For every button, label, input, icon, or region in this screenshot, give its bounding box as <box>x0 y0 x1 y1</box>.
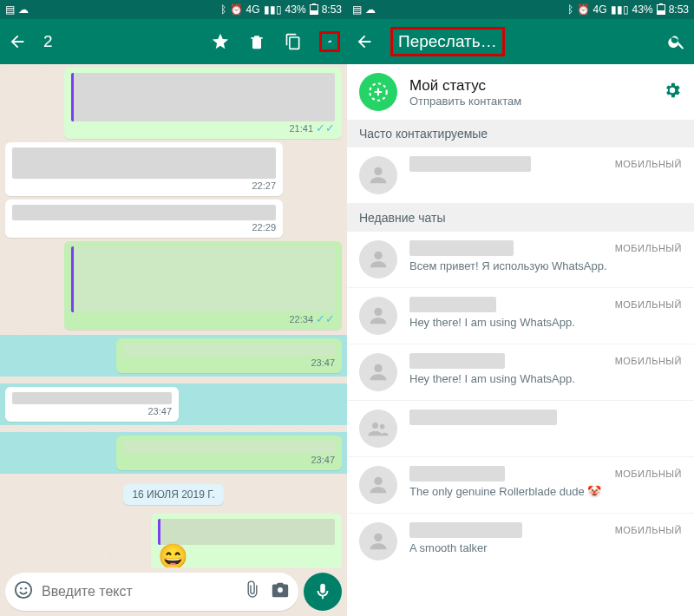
svg-point-2 <box>25 587 27 589</box>
section-recent: Недавние чаты <box>347 204 694 232</box>
date-separator: 16 ИЮЛЯ 2019 Г. <box>123 484 223 505</box>
back-icon[interactable] <box>7 31 28 52</box>
my-status-title: Мой статус <box>409 77 521 95</box>
contact-name <box>409 522 522 538</box>
bluetooth-icon: ᛒ <box>567 3 573 16</box>
cloud-icon: ☁ <box>365 3 376 16</box>
avatar-icon <box>359 466 397 504</box>
message-input-box[interactable] <box>5 573 298 611</box>
battery-pct: 43% <box>632 3 653 16</box>
chat-pane: ▤ ☁ ᛒ ⏰ 4G ▮▮▯ 43% 8:53 2 <box>0 0 347 616</box>
forward-icon[interactable] <box>319 31 340 52</box>
message-out[interactable]: 😄 05:34✓✓ <box>151 514 342 567</box>
composer <box>0 567 347 616</box>
contact-status: The only genuine Rollerblade dude 🤡 <box>409 485 682 498</box>
clock: 8:53 <box>322 3 342 16</box>
star-icon[interactable] <box>210 31 231 52</box>
contact-name <box>409 240 514 256</box>
forward-title: Переслать… <box>390 27 505 56</box>
my-status-row[interactable]: Мой статус Отправить контактам <box>347 64 694 120</box>
svg-point-5 <box>374 252 382 259</box>
forward-toolbar: Переслать… <box>347 19 694 64</box>
alarm-icon: ⏰ <box>577 3 590 16</box>
contact-type: МОБИЛЬНЫЙ <box>615 299 682 310</box>
contact-row[interactable]: МОБИЛЬНЫЙ The only genuine Rollerblade d… <box>347 457 694 514</box>
gear-icon[interactable] <box>663 81 682 103</box>
forward-pane: ▤ ☁ ᛒ ⏰ 4G ▮▮▯ 43% 8:53 Переслать… <box>347 0 694 616</box>
svg-point-10 <box>374 477 382 485</box>
message-in[interactable]: 22:29 <box>5 200 283 238</box>
svg-point-7 <box>374 364 382 372</box>
contact-status: A smooth talker <box>409 541 682 554</box>
avatar-icon <box>359 353 397 391</box>
contact-row[interactable]: МОБИЛЬНЫЙ Всем привет! Я использую Whats… <box>347 232 694 288</box>
avatar-icon <box>359 240 397 279</box>
svg-point-0 <box>16 582 31 598</box>
avatar-icon <box>359 297 397 335</box>
copy-icon[interactable] <box>283 31 304 52</box>
section-frequent: Часто контактируемые <box>347 120 694 147</box>
battery-icon <box>310 4 318 15</box>
signal-icon: ▮▮▯ <box>264 3 282 16</box>
contact-row[interactable]: МОБИЛЬНЫЙ Hey there! I am using WhatsApp… <box>347 344 694 401</box>
contact-type: МОБИЛЬНЫЙ <box>615 356 682 366</box>
battery-icon <box>657 4 665 15</box>
attach-icon[interactable] <box>243 580 262 603</box>
group-avatar-icon <box>359 410 397 448</box>
network-icon: 4G <box>593 3 607 16</box>
alarm-icon: ⏰ <box>230 3 243 16</box>
contact-type: МОБИЛЬНЫЙ <box>615 159 682 169</box>
back-icon[interactable] <box>354 31 375 52</box>
chat-scroll[interactable]: 21:41✓✓ 22:27 22:29 22:34✓✓ 23:47 23:47 <box>0 64 347 567</box>
selection-toolbar: 2 <box>0 19 347 64</box>
search-icon[interactable] <box>666 31 687 52</box>
contact-status: Всем привет! Я использую WhatsApp. <box>409 259 682 272</box>
contact-name <box>409 466 505 482</box>
status-add-icon <box>359 73 397 111</box>
message-out[interactable]: 22:34✓✓ <box>64 241 342 330</box>
selected-row[interactable]: 23:47 <box>0 335 347 377</box>
bluetooth-icon: ᛒ <box>220 3 226 16</box>
contact-status: Hey there! I am using WhatsApp. <box>409 316 682 329</box>
selected-row[interactable]: 23:47 <box>0 432 347 474</box>
avatar-icon <box>359 156 397 194</box>
my-status-subtitle: Отправить контактам <box>409 95 521 108</box>
contact-row[interactable] <box>347 401 694 457</box>
contact-row[interactable]: МОБИЛЬНЫЙ <box>347 147 694 204</box>
contact-row[interactable]: МОБИЛЬНЫЙ Hey there! I am using WhatsApp… <box>347 288 694 344</box>
forward-list[interactable]: Мой статус Отправить контактам Часто кон… <box>347 64 694 616</box>
svg-point-8 <box>372 423 378 429</box>
emoji-icon[interactable] <box>14 580 33 603</box>
camera-icon[interactable] <box>271 580 290 603</box>
selection-count: 2 <box>43 32 53 51</box>
contact-name <box>409 297 496 312</box>
svg-point-11 <box>374 534 382 541</box>
svg-point-6 <box>374 308 382 316</box>
contact-type: МОБИЛЬНЫЙ <box>615 243 682 253</box>
signal-icon: ▮▮▯ <box>611 3 629 16</box>
status-bar: ▤ ☁ ᛒ ⏰ 4G ▮▮▯ 43% 8:53 <box>347 0 694 19</box>
mic-button[interactable] <box>304 573 342 611</box>
image-icon: ▤ <box>352 3 362 16</box>
contact-row[interactable]: МОБИЛЬНЫЙ A smooth talker <box>347 514 694 569</box>
contact-name <box>409 353 505 369</box>
avatar-icon <box>359 522 397 560</box>
svg-point-9 <box>380 424 385 429</box>
svg-point-1 <box>20 587 22 589</box>
network-icon: 4G <box>246 3 260 16</box>
delete-icon[interactable] <box>246 31 267 52</box>
clock: 8:53 <box>669 3 689 16</box>
message-out[interactable]: 21:41✓✓ <box>64 68 342 139</box>
cloud-icon: ☁ <box>18 3 29 16</box>
selected-row[interactable]: 23:47 <box>0 383 347 425</box>
contact-status: Hey there! I am using WhatsApp. <box>409 372 682 385</box>
battery-pct: 43% <box>285 3 306 16</box>
contact-name <box>409 410 557 425</box>
contact-name <box>409 156 531 172</box>
message-in[interactable]: 22:27 <box>5 142 283 196</box>
image-icon: ▤ <box>5 3 15 16</box>
contact-type: МОБИЛЬНЫЙ <box>615 469 682 479</box>
message-input[interactable] <box>42 584 234 600</box>
emoji-content: 😄 <box>158 545 335 567</box>
status-bar: ▤ ☁ ᛒ ⏰ 4G ▮▮▯ 43% 8:53 <box>0 0 347 19</box>
